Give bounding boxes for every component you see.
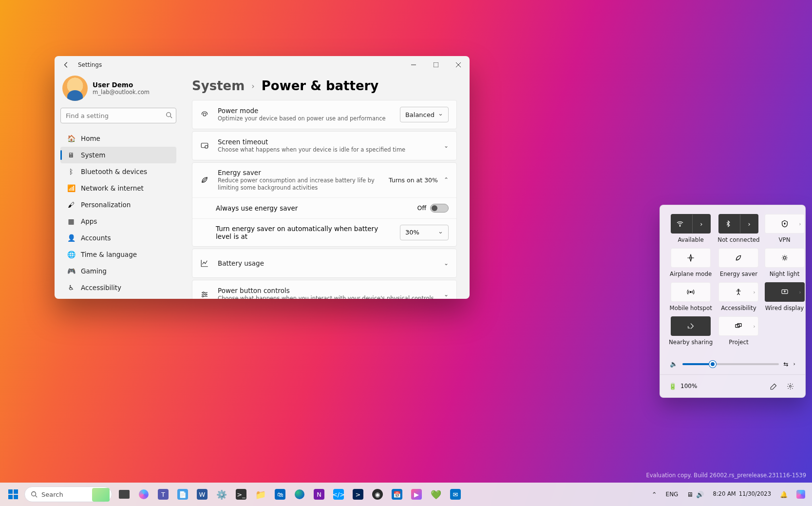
volume-icon: 🔊: [696, 491, 704, 498]
user-block[interactable]: User Demo m_lab@outlook.com: [60, 74, 176, 108]
edit-quick-settings-button[interactable]: [767, 380, 780, 392]
quick-energy-button[interactable]: [718, 248, 758, 268]
quick-nearby-button[interactable]: [671, 316, 711, 336]
clock-date: 11/30/2023: [739, 491, 771, 497]
breadcrumb-parent[interactable]: System: [192, 78, 245, 93]
power-mode-select[interactable]: Balanced: [400, 107, 449, 122]
svg-line-5: [170, 117, 172, 118]
tray-overflow-button[interactable]: ⌃: [649, 489, 660, 500]
row-title: Power mode: [218, 107, 392, 115]
battery-usage-panel[interactable]: Battery usage ⌄: [192, 249, 457, 278]
quick-bluetooth-button[interactable]: ›: [718, 214, 758, 234]
search-input[interactable]: [60, 108, 176, 123]
pwsh-icon[interactable]: >: [349, 485, 367, 504]
sidebar-item-gaming[interactable]: 🎮Gaming: [60, 263, 176, 279]
screen-timeout-panel[interactable]: Screen timeout Choose what happens when …: [192, 131, 457, 160]
power-button-controls-panel[interactable]: Power button controls Choose what happen…: [192, 280, 457, 299]
power-mode-panel[interactable]: Power mode Optimize your device based on…: [192, 100, 457, 129]
quick-nightlight-button[interactable]: [765, 248, 805, 268]
nav-label: Bluetooth & devices: [81, 168, 147, 175]
nav-icon: 🏠: [67, 135, 75, 142]
quick-hotspot-button[interactable]: [671, 282, 711, 302]
copilot-button[interactable]: [134, 485, 153, 504]
quick-wifi-button[interactable]: ›: [671, 214, 711, 234]
sidebar-item-accessibility[interactable]: ♿Accessibility: [60, 279, 176, 296]
nav-label: Accessibility: [81, 284, 121, 292]
quick-settings-flyout: ›Available›Not connected›VPNAirplane mod…: [660, 205, 806, 398]
settings-button[interactable]: [784, 380, 796, 392]
explorer-icon[interactable]: 📁: [251, 485, 270, 504]
task-view-button[interactable]: [115, 485, 133, 504]
volume-slider[interactable]: [682, 363, 779, 365]
quick-accessibility-button[interactable]: ›: [718, 282, 758, 302]
svg-point-18: [690, 292, 692, 293]
sidebar-item-apps[interactable]: ▦Apps: [60, 213, 176, 230]
edge-icon[interactable]: [290, 485, 309, 504]
maximize-button[interactable]: [425, 56, 447, 74]
always-energy-saver-toggle[interactable]: [430, 204, 449, 213]
mail-icon[interactable]: ✉: [446, 485, 465, 504]
copilot-preview-icon[interactable]: [793, 488, 808, 501]
teams-icon[interactable]: T: [154, 485, 172, 504]
onenote-icon[interactable]: N: [310, 485, 328, 504]
network-volume-battery[interactable]: 🖥 🔊: [684, 489, 707, 500]
sidebar: User Demo m_lab@outlook.com 🏠Home🖥System…: [55, 74, 182, 299]
energy-saver-header[interactable]: Energy saver Reduce power consumption an…: [192, 163, 456, 197]
store-icon[interactable]: 🛍: [271, 485, 289, 504]
titlebar: Settings: [55, 56, 470, 74]
nav-label: Home: [81, 135, 100, 142]
sidebar-item-network-internet[interactable]: 📶Network & internet: [60, 180, 176, 196]
nav: 🏠Home🖥SystemᛒBluetooth & devices📶Network…: [60, 130, 176, 296]
clock[interactable]: 8:20 AM 11/30/2023: [710, 489, 774, 499]
svg-point-6: [203, 113, 206, 116]
svg-point-19: [738, 289, 739, 291]
start-button[interactable]: [4, 485, 22, 504]
notepad-icon[interactable]: 📄: [173, 485, 192, 504]
settings-icon[interactable]: ⚙️: [212, 485, 231, 504]
sidebar-item-time-language[interactable]: 🌐Time & language: [60, 246, 176, 263]
svg-point-23: [789, 385, 791, 387]
sidebar-item-home[interactable]: 🏠Home: [60, 130, 176, 147]
sidebar-item-system[interactable]: 🖥System: [60, 147, 176, 163]
row-desc: Optimize your device based on power use …: [218, 115, 392, 122]
sidebar-item-personalization[interactable]: 🖌Personalization: [60, 196, 176, 213]
auto-energy-saver-select[interactable]: 30%: [400, 225, 449, 240]
monitor-icon: 🖥: [687, 491, 693, 498]
calendar-icon[interactable]: 📅: [388, 485, 406, 504]
obs-icon[interactable]: ◉: [368, 485, 387, 504]
close-button[interactable]: [447, 56, 470, 74]
sidebar-item-bluetooth-devices[interactable]: ᛒBluetooth & devices: [60, 163, 176, 180]
output-device-icon[interactable]: ⇆: [784, 361, 789, 368]
nav-icon: ♿: [67, 284, 75, 292]
svg-rect-1: [434, 62, 438, 67]
volume-icon[interactable]: 🔈: [670, 360, 678, 368]
sidebar-item-accounts[interactable]: 👤Accounts: [60, 230, 176, 246]
vscode-icon[interactable]: </>: [329, 485, 348, 504]
taskbar-apps: T 📄 W ⚙️ >_ 📁 🛍 N </> > ◉ 📅 ▶ 💚 ✉: [115, 485, 465, 504]
minimize-button[interactable]: [402, 56, 425, 74]
chevron-right-icon[interactable]: ›: [793, 361, 795, 367]
nav-label: Network & internet: [81, 184, 144, 192]
family-icon[interactable]: 💚: [427, 485, 445, 504]
user-email: m_lab@outlook.com: [93, 89, 150, 96]
word-icon[interactable]: W: [193, 485, 211, 504]
settings-window: Settings User Demo m_lab@outlook.com �: [55, 56, 470, 299]
taskbar: Search T 📄 W ⚙️ >_ 📁 🛍 N </> > ◉ 📅 ▶ 💚 ✉…: [0, 483, 812, 506]
svg-point-8: [205, 145, 208, 148]
quick-airplane-button[interactable]: [671, 248, 711, 268]
clipchamp-icon[interactable]: ▶: [407, 485, 426, 504]
taskbar-search[interactable]: Search: [24, 487, 112, 502]
quick-project-button[interactable]: ›: [718, 316, 758, 336]
breadcrumb-current: Power & battery: [262, 78, 379, 93]
quick-wired-button[interactable]: ›: [765, 282, 805, 302]
quick-vpn-button[interactable]: ›: [765, 214, 805, 234]
chevron-down-icon: ⌄: [444, 260, 449, 267]
language-indicator[interactable]: ENG: [663, 489, 681, 500]
quick-hotspot-label: Mobile hotspot: [670, 305, 712, 311]
terminal-icon[interactable]: >_: [232, 485, 250, 504]
chevron-right-icon: ›: [251, 81, 254, 91]
back-button[interactable]: [60, 59, 72, 71]
quick-wifi-label: Available: [678, 236, 703, 243]
notifications-button[interactable]: 🔔: [777, 489, 791, 500]
chevron-down-icon: ⌄: [444, 142, 449, 149]
